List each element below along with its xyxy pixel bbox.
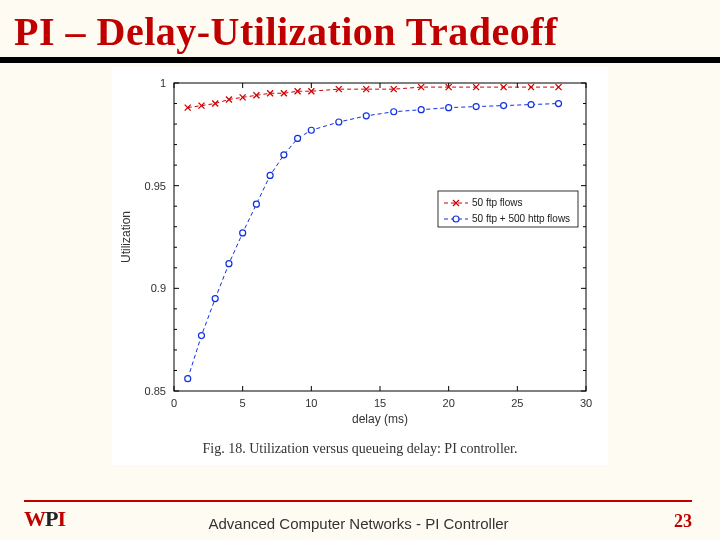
svg-text:15: 15 [374, 397, 386, 409]
svg-rect-0 [174, 83, 586, 391]
svg-point-110 [391, 109, 397, 115]
svg-point-107 [308, 127, 314, 133]
svg-point-113 [473, 104, 479, 110]
slide-title: PI – Delay-Utilization Tradeoff [0, 0, 720, 57]
svg-point-102 [240, 230, 246, 236]
svg-point-111 [418, 107, 424, 113]
svg-text:50 ftp + 500 http flows: 50 ftp + 500 http flows [472, 213, 570, 224]
svg-text:50 ftp flows: 50 ftp flows [472, 197, 523, 208]
wpi-logo: WPI [24, 506, 65, 532]
svg-text:30: 30 [580, 397, 592, 409]
svg-point-106 [295, 135, 301, 141]
svg-point-101 [226, 261, 232, 267]
svg-point-114 [501, 103, 507, 109]
svg-text:25: 25 [511, 397, 523, 409]
page-number: 23 [652, 511, 692, 532]
svg-point-108 [336, 119, 342, 125]
footer-text: Advanced Computer Networks - PI Controll… [65, 515, 652, 532]
utilization-chart: 0510152025300.850.90.951delay (ms)Utiliz… [112, 67, 608, 437]
svg-point-112 [446, 105, 452, 111]
svg-point-109 [363, 113, 369, 119]
footer-rule [24, 500, 692, 502]
svg-point-104 [267, 172, 273, 178]
svg-text:0: 0 [171, 397, 177, 409]
svg-point-100 [212, 296, 218, 302]
svg-text:delay (ms): delay (ms) [352, 412, 408, 426]
chart-caption: Fig. 18. Utilization versus queueing del… [112, 437, 608, 457]
svg-point-99 [198, 333, 204, 339]
svg-text:5: 5 [240, 397, 246, 409]
svg-point-116 [556, 101, 562, 107]
svg-text:10: 10 [305, 397, 317, 409]
chart-container: 0510152025300.850.90.951delay (ms)Utiliz… [112, 67, 608, 465]
svg-text:1: 1 [160, 77, 166, 89]
svg-text:0.85: 0.85 [145, 385, 166, 397]
title-underline [0, 57, 720, 63]
svg-point-123 [453, 216, 459, 222]
svg-point-98 [185, 376, 191, 382]
svg-point-103 [253, 201, 259, 207]
svg-text:0.9: 0.9 [151, 282, 166, 294]
svg-text:20: 20 [443, 397, 455, 409]
svg-text:Utilization: Utilization [119, 211, 133, 263]
svg-point-105 [281, 152, 287, 158]
svg-point-115 [528, 102, 534, 108]
svg-text:0.95: 0.95 [145, 180, 166, 192]
slide-footer: WPI Advanced Computer Networks - PI Cont… [0, 500, 720, 540]
